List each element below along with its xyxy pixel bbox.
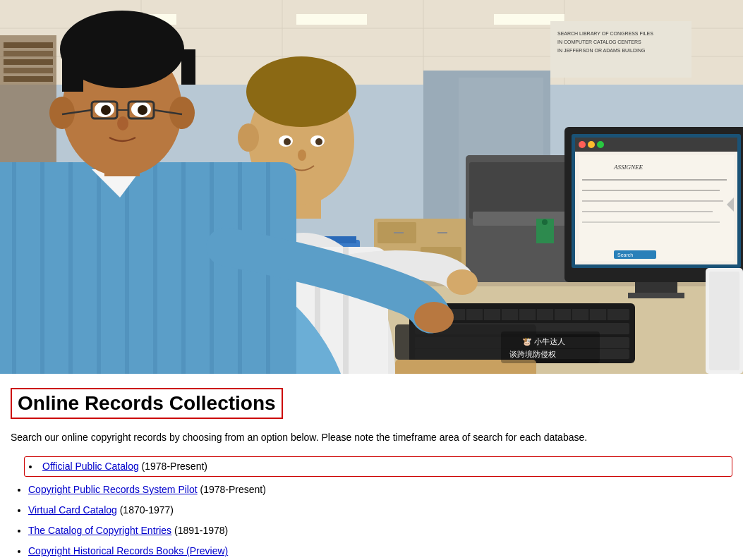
svg-text:SEARCH LIBRARY OF CONGRESS FIL: SEARCH LIBRARY OF CONGRESS FILES <box>557 31 653 36</box>
svg-rect-23 <box>4 76 53 82</box>
record-link-catalog-of-copyright-entries[interactable]: The Catalog of Copyright Entries <box>28 525 171 536</box>
svg-point-95 <box>284 138 291 145</box>
svg-point-92 <box>238 123 259 152</box>
svg-rect-22 <box>4 68 53 73</box>
list-item: Copyright Public Records System Pilot (1… <box>28 482 732 497</box>
svg-point-97 <box>298 150 306 161</box>
svg-rect-114 <box>62 49 83 92</box>
svg-point-121 <box>138 105 147 115</box>
record-date-official-public-catalog: (1978-Present) <box>139 461 207 472</box>
svg-point-51 <box>588 141 595 148</box>
svg-rect-132 <box>501 331 600 363</box>
list-item: The Catalog of Copyright Entries (1891-1… <box>28 523 732 538</box>
description-text: Search our online copyright records by c… <box>11 430 732 445</box>
record-date-virtual-card-catalog: (1870-1977) <box>117 504 174 516</box>
record-date-catalog-of-copyright-entries: (1891-1978) <box>171 525 228 536</box>
svg-rect-53 <box>579 155 734 261</box>
svg-text:Search: Search <box>617 252 633 257</box>
record-link-virtual-card-catalog[interactable]: Virtual Card Catalog <box>28 504 117 516</box>
svg-point-91 <box>246 56 356 127</box>
svg-text:🐮 小牛达人: 🐮 小牛达人 <box>522 336 565 346</box>
svg-rect-64 <box>635 282 677 293</box>
svg-rect-19 <box>4 42 53 48</box>
svg-point-128 <box>414 302 454 333</box>
svg-rect-9 <box>296 14 367 25</box>
svg-point-120 <box>101 105 111 115</box>
svg-rect-131 <box>709 272 739 370</box>
svg-rect-20 <box>4 51 53 56</box>
record-link-copyright-public-records-system-pilot[interactable]: Copyright Public Records System Pilot <box>28 484 198 495</box>
svg-text:ASSIGNEE: ASSIGNEE <box>613 164 643 171</box>
svg-point-96 <box>315 138 322 145</box>
svg-rect-65 <box>628 293 684 298</box>
svg-rect-43 <box>473 212 579 226</box>
svg-text:谈跨境防侵权: 谈跨境防侵权 <box>509 350 556 358</box>
svg-rect-21 <box>4 59 53 65</box>
section-title: Online Records Collections <box>11 388 283 419</box>
svg-point-45 <box>542 219 548 225</box>
svg-point-50 <box>579 141 586 148</box>
record-link-copyright-historical-records-books[interactable]: Copyright Historical Records Books (Prev… <box>28 545 228 556</box>
svg-text:IN JEFFERSON OR ADAMS BUILDING: IN JEFFERSON OR ADAMS BUILDING <box>557 48 645 53</box>
record-date-copyright-public-records-system-pilot: (1978-Present) <box>198 484 266 495</box>
list-item: Copyright Historical Records Books (Prev… <box>28 544 732 559</box>
svg-text:IN COMPUTER CATALOG CENTERS: IN COMPUTER CATALOG CENTERS <box>557 39 641 44</box>
hero-image: SEARCH LIBRARY OF CONGRESS FILES IN COMP… <box>0 0 743 374</box>
content-section: Online Records Collections Search our on… <box>0 374 743 560</box>
record-link-official-public-catalog[interactable]: Official Public Catalog <box>42 461 139 472</box>
page-container: SEARCH LIBRARY OF CONGRESS FILES IN COMP… <box>0 0 743 560</box>
list-item: Virtual Card Catalog (1870-1977) <box>28 503 732 518</box>
svg-point-98 <box>447 269 478 295</box>
svg-point-127 <box>117 116 128 130</box>
list-item: Official Public Catalog (1978-Present) <box>24 456 732 477</box>
svg-rect-115 <box>181 49 195 85</box>
records-list: Official Public Catalog (1978-Present)Co… <box>11 456 732 560</box>
svg-point-52 <box>597 141 604 148</box>
